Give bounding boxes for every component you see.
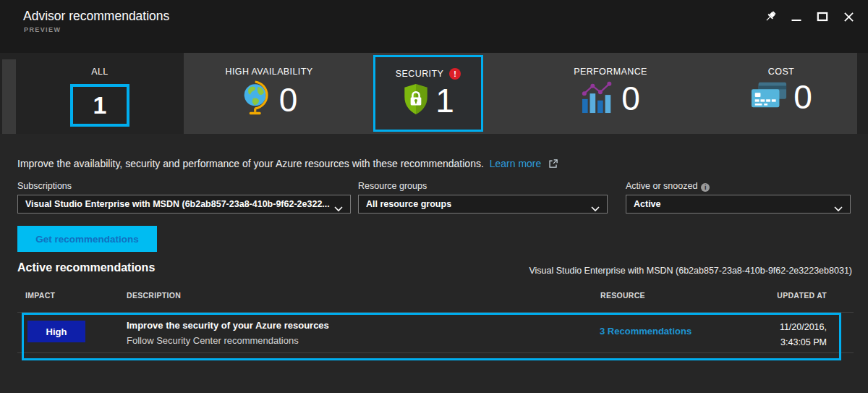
active-or-snoozed-dropdown[interactable]: Active [626, 195, 851, 214]
info-icon[interactable]: i [701, 183, 710, 192]
bar-chart-icon [581, 80, 616, 117]
advisor-recommendations-blade: Advisor recommendations PREVIEW [0, 0, 868, 393]
recommendation-row[interactable]: High Improve the security of your Azure … [22, 313, 841, 360]
tab-high-availability-count: 0 [279, 83, 298, 117]
impact-badge: High [27, 321, 85, 342]
external-link-icon [548, 159, 558, 171]
tab-high-availability[interactable]: HIGH AVAILABILITY 0 [184, 53, 354, 134]
tab-performance-label: PERFORMANCE [574, 67, 647, 77]
column-header-description: DESCRIPTION [127, 291, 181, 300]
tab-all-count: 1 [93, 91, 107, 119]
globe-icon [241, 80, 273, 119]
resource-groups-dropdown-value: All resource groups [366, 199, 451, 209]
security-alert-icon: ! [449, 68, 461, 80]
updated-time: 3:43:05 PM [780, 335, 827, 350]
active-or-snoozed-label: Active or snoozedi [626, 181, 710, 192]
resource-groups-label: Resource groups [358, 181, 427, 191]
column-header-updated-at: UPDATED AT [777, 291, 827, 300]
tab-all-count-box: 1 [70, 84, 129, 127]
active-recommendations-heading: Active recommendations [17, 261, 155, 274]
tab-cost[interactable]: COST 0 [696, 53, 867, 134]
close-icon[interactable] [841, 9, 856, 25]
blade-header: Advisor recommendations PREVIEW [0, 0, 868, 53]
category-tabstrip: ALL 1 HIGH AVAILABILITY [0, 53, 868, 134]
chevron-down-icon [834, 202, 843, 215]
active-or-snoozed-dropdown-value: Active [634, 199, 661, 209]
tab-performance-count: 0 [621, 82, 640, 115]
tab-all[interactable]: ALL 1 [14, 53, 185, 134]
resource-groups-dropdown[interactable]: All resource groups [358, 195, 608, 214]
blade-content: Improve the availability, security and p… [0, 134, 868, 393]
learn-more-link[interactable]: Learn more [490, 158, 542, 169]
subscriptions-dropdown-value: Visual Studio Enterprise with MSDN (6b2a… [25, 199, 330, 209]
tab-security-count: 1 [435, 84, 454, 117]
intro-text: Improve the availability, security and p… [17, 158, 558, 171]
tab-cost-count: 0 [793, 80, 812, 114]
tab-security-label: SECURITY [396, 69, 443, 79]
tab-all-label: ALL [91, 67, 108, 77]
subscriptions-dropdown[interactable]: Visual Studio Enterprise with MSDN (6b2a… [17, 195, 351, 214]
minimize-icon[interactable] [788, 9, 804, 25]
tab-cost-label: COST [768, 67, 794, 77]
column-header-resource: RESOURCE [600, 291, 645, 300]
shield-lock-icon [402, 83, 430, 118]
resource-recommendations-link[interactable]: 3 Recommendations [600, 326, 692, 337]
preview-badge: PREVIEW [24, 26, 61, 33]
tab-security[interactable]: SECURITY ! 1 [373, 55, 483, 132]
tab-high-availability-label: HIGH AVAILABILITY [226, 67, 313, 77]
recommendation-title: Improve the security of your Azure resou… [127, 320, 329, 331]
maximize-icon[interactable] [814, 9, 830, 25]
column-header-impact: IMPACT [25, 291, 55, 300]
intro-sentence: Improve the availability, security and p… [17, 158, 484, 169]
subscription-full-name: Visual Studio Enterprise with MSDN (6b2a… [529, 266, 852, 276]
subscriptions-label: Subscriptions [17, 181, 72, 191]
chevron-down-icon [591, 202, 600, 215]
get-recommendations-button[interactable]: Get recommendations [17, 226, 157, 252]
tab-performance[interactable]: PERFORMANCE 0 [525, 53, 696, 134]
updated-date: 11/20/2016, [780, 320, 827, 335]
chevron-down-icon [334, 202, 343, 215]
recommendation-subtitle: Follow Security Center recommendations [127, 335, 299, 346]
pushpin-icon[interactable] [762, 9, 778, 25]
page-title: Advisor recommendations [23, 9, 169, 24]
updated-at-value: 11/20/2016, 3:43:05 PM [780, 320, 827, 350]
credit-card-icon [750, 80, 788, 114]
window-controls [762, 9, 856, 25]
